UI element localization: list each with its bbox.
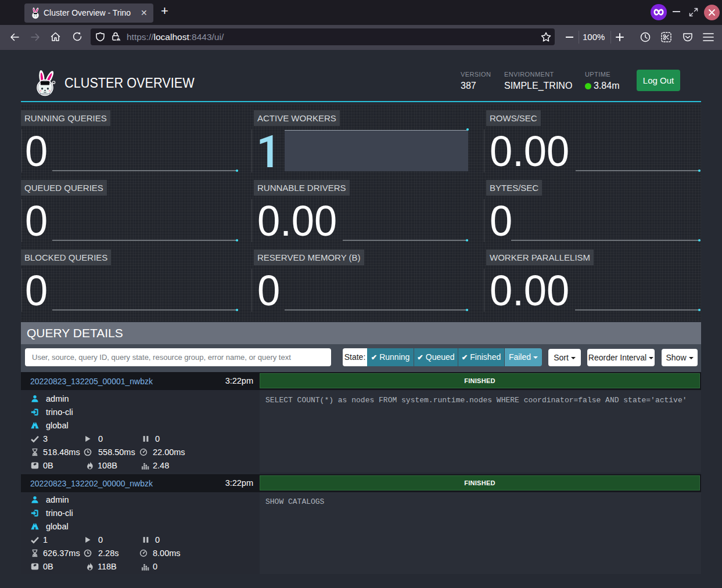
svg-text:!: !	[118, 37, 119, 41]
